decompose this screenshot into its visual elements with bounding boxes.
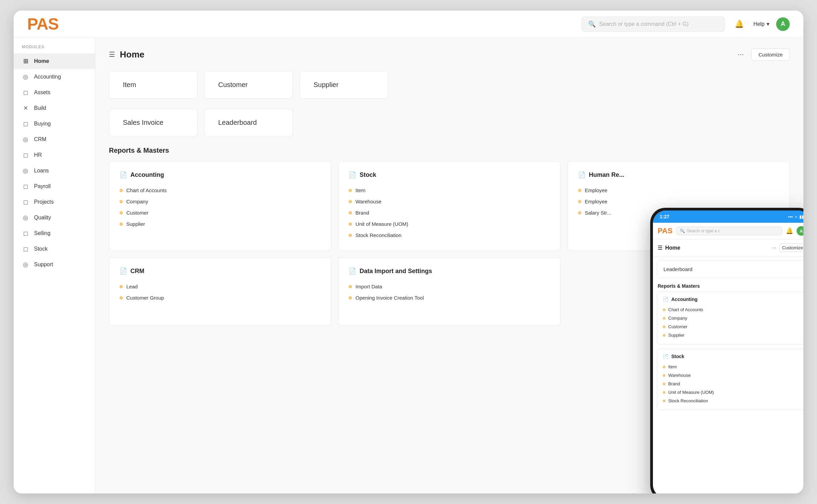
report-item-label: Customer — [126, 210, 148, 216]
sidebar-item-build[interactable]: ✕ Build — [14, 100, 95, 116]
report-item[interactable]: Chart of Accounts — [119, 185, 321, 196]
report-item-label: Item — [355, 187, 365, 193]
home-icon: ⊞ — [22, 57, 29, 65]
bell-icon: 🔔 — [735, 20, 744, 29]
phone-report-item-label: Unit of Measure (UOM) — [668, 390, 714, 395]
quick-link-customer[interactable]: Customer — [204, 71, 293, 99]
bullet-icon — [578, 200, 581, 203]
report-item[interactable]: Import Data — [349, 281, 550, 292]
bullet-icon — [119, 285, 123, 288]
report-item[interactable]: Employee — [578, 196, 779, 207]
report-item[interactable]: Employee — [578, 185, 779, 196]
sidebar-item-assets[interactable]: ◻ Assets — [14, 85, 95, 100]
sidebar-item-home[interactable]: ⊞ Home — [14, 53, 95, 69]
report-card-title-label: Stock — [359, 171, 376, 179]
phone-options-button[interactable]: ··· — [772, 245, 776, 251]
phone-report-item[interactable]: Warehouse — [663, 371, 801, 380]
sidebar-item-quality[interactable]: ◎ Quality — [14, 210, 95, 225]
quick-link-leaderboard[interactable]: Leaderboard — [204, 109, 293, 136]
sidebar-item-buying[interactable]: ◻ Buying — [14, 116, 95, 132]
phone-report-item[interactable]: Chart of Accounts — [663, 305, 801, 314]
phone-report-item-label: Stock Reconciliation — [668, 398, 708, 403]
sidebar-item-accounting[interactable]: ◎ Accounting — [14, 69, 95, 85]
sidebar-item-label: Assets — [34, 89, 50, 96]
content-header: ☰ Home ··· Customize — [109, 48, 790, 61]
phone-report-card-title: 📄 Stock — [663, 354, 801, 359]
sidebar-item-selling[interactable]: ◻ Selling — [14, 225, 95, 241]
quick-link-label: Supplier — [314, 81, 338, 88]
phone-bullet-icon — [663, 366, 666, 368]
phone-report-item-label: Supplier — [668, 333, 685, 338]
phone-report-item[interactable]: Unit of Measure (UOM) — [663, 388, 801, 397]
phone-report-item[interactable]: Brand — [663, 380, 801, 388]
report-card-title-label: CRM — [130, 268, 144, 275]
phone-report-item-label: Brand — [668, 381, 680, 386]
phone-report-title-label: Stock — [671, 354, 684, 359]
accounting-icon: ◎ — [22, 73, 29, 81]
global-search-bar[interactable]: 🔍 Search or type a command (Ctrl + G) — [582, 17, 725, 32]
phone-report-item[interactable]: Customer — [663, 322, 801, 331]
report-item[interactable]: Opening Invoice Creation Tool — [349, 292, 550, 303]
report-item-label: Opening Invoice Creation Tool — [355, 295, 424, 301]
quick-links-row2: Sales Invoice Leaderboard — [109, 109, 790, 136]
sidebar-item-label: Buying — [34, 121, 51, 127]
quick-link-sales-invoice[interactable]: Sales Invoice — [109, 109, 197, 136]
report-item-label: Chart of Accounts — [126, 187, 166, 193]
report-item[interactable]: Customer — [119, 207, 321, 218]
phone-user-avatar[interactable]: A — [797, 226, 803, 236]
sidebar-item-stock[interactable]: ◻ Stock — [14, 241, 95, 257]
phone-report-item[interactable]: Supplier — [663, 331, 801, 339]
report-item-label: Lead — [126, 284, 138, 289]
notification-button[interactable]: 🔔 — [732, 17, 747, 32]
quick-link-supplier[interactable]: Supplier — [300, 71, 388, 99]
doc-icon: 📄 — [578, 171, 586, 179]
user-avatar[interactable]: A — [776, 17, 790, 31]
quick-link-item[interactable]: Item — [109, 71, 197, 99]
sidebar-item-crm[interactable]: ◎ CRM — [14, 132, 95, 147]
sidebar-item-support[interactable]: ◎ Support — [14, 257, 95, 272]
report-item[interactable]: Item — [349, 185, 550, 196]
projects-icon: ◻ — [22, 198, 29, 206]
report-item-label: Warehouse — [355, 199, 381, 204]
report-item-label: Brand — [355, 210, 369, 216]
phone-bell-icon[interactable]: 🔔 — [786, 227, 793, 235]
bullet-icon — [119, 296, 123, 300]
sidebar-item-projects[interactable]: ◻ Projects — [14, 194, 95, 210]
phone-doc-icon: 📄 — [663, 297, 669, 302]
doc-icon: 📄 — [119, 171, 127, 179]
hamburger-icon[interactable]: ☰ — [109, 50, 115, 58]
phone-bullet-icon — [663, 334, 666, 337]
phone-report-item[interactable]: Item — [663, 363, 801, 371]
sidebar-item-label: Home — [34, 58, 49, 64]
report-item[interactable]: Unit of Measure (UOM) — [349, 218, 550, 230]
report-item[interactable]: Lead — [119, 281, 321, 292]
phone-quick-link-leaderboard[interactable]: Leaderboard — [657, 261, 803, 278]
phone-customize-button[interactable]: Customize — [779, 243, 803, 252]
phone-search-bar[interactable]: 🔍 Search or type a c — [676, 226, 782, 235]
phone-bullet-icon — [663, 308, 666, 311]
report-item[interactable]: Company — [119, 196, 321, 207]
report-item[interactable]: Supplier — [119, 218, 321, 230]
hr-icon: ◻ — [22, 151, 29, 159]
report-item[interactable]: Warehouse — [349, 196, 550, 207]
options-button[interactable]: ··· — [734, 48, 747, 61]
sidebar-item-hr[interactable]: ◻ HR — [14, 147, 95, 163]
help-button[interactable]: Help ▾ — [753, 21, 769, 27]
report-item[interactable]: Customer Group — [119, 292, 321, 303]
bullet-icon — [578, 189, 581, 192]
report-item[interactable]: Brand — [349, 207, 550, 218]
customize-button[interactable]: Customize — [751, 49, 790, 61]
reports-section-title: Reports & Masters — [109, 147, 790, 154]
signal-icon: ▪▪▪ — [788, 214, 793, 219]
phone-hamburger-icon[interactable]: ☰ — [658, 245, 662, 251]
report-item-label: Company — [126, 199, 148, 204]
phone-header-actions: ··· Customize — [772, 243, 803, 252]
sidebar-item-loans[interactable]: ◎ Loans — [14, 163, 95, 179]
report-item[interactable]: Stock Reconciliation — [349, 230, 550, 241]
bullet-icon — [349, 296, 352, 300]
phone-report-item[interactable]: Stock Reconciliation — [663, 397, 801, 405]
phone-page-title: Home — [665, 245, 680, 251]
sidebar-item-payroll[interactable]: ◻ Payroll — [14, 179, 95, 194]
phone-report-item[interactable]: Company — [663, 314, 801, 322]
search-icon: 🔍 — [588, 20, 596, 28]
